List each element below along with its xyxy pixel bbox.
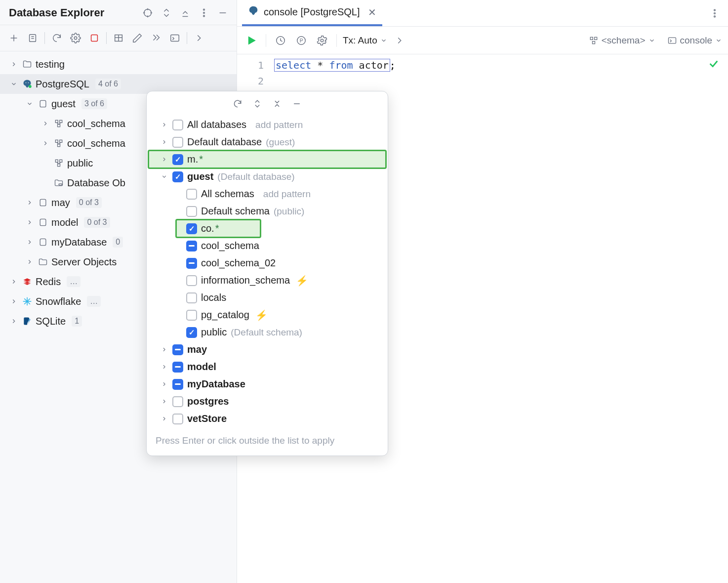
session-dropdown[interactable]: console bbox=[667, 35, 723, 46]
popup-item-postgres[interactable]: postgres bbox=[149, 393, 386, 410]
chevron-right-icon[interactable] bbox=[160, 364, 168, 370]
chevron-right-icon[interactable] bbox=[9, 61, 19, 68]
chevron-right-icon[interactable] bbox=[160, 156, 168, 163]
svg-rect-26 bbox=[60, 120, 62, 123]
checkbox[interactable] bbox=[172, 396, 183, 407]
schema-dropdown[interactable]: <schema> bbox=[589, 35, 655, 46]
stop-icon[interactable] bbox=[85, 29, 103, 47]
tree-node-folder[interactable]: testing bbox=[0, 54, 237, 74]
checkbox[interactable] bbox=[172, 379, 183, 390]
popup-item-guest[interactable]: guest (Default database) bbox=[149, 168, 386, 185]
checkbox[interactable] bbox=[186, 258, 197, 269]
popup-item-cool-schema[interactable]: cool_schema bbox=[149, 237, 386, 254]
expand-icon[interactable] bbox=[160, 6, 173, 20]
svg-rect-42 bbox=[40, 219, 46, 225]
chevron-right-icon[interactable] bbox=[9, 298, 19, 305]
expand-icon[interactable] bbox=[251, 97, 264, 110]
chevron-right-icon[interactable] bbox=[160, 416, 168, 422]
chevron-right-icon[interactable] bbox=[160, 346, 168, 353]
collapse-all-icon[interactable] bbox=[178, 6, 192, 20]
popup-label: locals bbox=[201, 292, 226, 303]
console-icon[interactable] bbox=[166, 29, 184, 47]
chevron-down-icon[interactable] bbox=[9, 81, 19, 87]
popup-item-pattern-co[interactable]: co.* bbox=[176, 220, 260, 237]
popup-item-default-database[interactable]: Default database (guest) bbox=[149, 133, 386, 151]
chevron-right-icon[interactable] bbox=[160, 381, 168, 387]
tab-console[interactable]: console [PostgreSQL] ✕ bbox=[242, 0, 382, 26]
refresh-icon[interactable] bbox=[231, 97, 244, 110]
checkbox[interactable] bbox=[172, 154, 183, 165]
chevron-right-icon[interactable] bbox=[25, 258, 35, 265]
add-icon[interactable] bbox=[5, 29, 23, 47]
line-number: 1 bbox=[237, 57, 264, 73]
checkbox[interactable] bbox=[186, 327, 197, 338]
chevron-right-icon[interactable] bbox=[160, 122, 168, 128]
popup-item-pg-catalog[interactable]: pg_catalog ⚡ bbox=[149, 306, 386, 324]
checkbox[interactable] bbox=[186, 275, 197, 286]
chevron-right-icon[interactable] bbox=[40, 140, 50, 147]
checkbox[interactable] bbox=[172, 362, 183, 373]
settings-icon[interactable] bbox=[67, 29, 84, 47]
history-icon[interactable] bbox=[272, 32, 289, 49]
chevron-down-icon[interactable] bbox=[160, 173, 168, 180]
chevron-down-icon[interactable] bbox=[25, 100, 35, 107]
popup-item-all-schemas[interactable]: All schemas add pattern bbox=[149, 185, 386, 203]
popup-item-locals[interactable]: locals bbox=[149, 289, 386, 306]
add-pattern-link[interactable]: add pattern bbox=[255, 120, 303, 130]
chevron-right-icon[interactable] bbox=[160, 139, 168, 145]
popup-item-information-schema[interactable]: information_schema ⚡ bbox=[149, 272, 386, 289]
checkbox[interactable] bbox=[186, 206, 197, 217]
checkbox[interactable] bbox=[186, 189, 197, 200]
popup-item-public[interactable]: public (Default schema) bbox=[149, 324, 386, 341]
popup-item-vetstore[interactable]: vetStore bbox=[149, 410, 386, 427]
schema-selector-popup[interactable]: All databases add pattern Default databa… bbox=[146, 91, 388, 456]
chevron-right-icon[interactable] bbox=[40, 120, 50, 127]
plan-icon[interactable]: P bbox=[293, 32, 310, 49]
checkbox[interactable] bbox=[186, 241, 197, 251]
popup-item-cool-schema-02[interactable]: cool_schema_02 bbox=[149, 254, 386, 272]
add-pattern-link[interactable]: add pattern bbox=[263, 189, 311, 200]
popup-item-pattern-m[interactable]: m.* bbox=[149, 151, 386, 168]
checkbox[interactable] bbox=[172, 344, 183, 355]
checkbox[interactable] bbox=[172, 137, 183, 148]
settings-icon[interactable] bbox=[314, 32, 330, 49]
svg-rect-25 bbox=[55, 120, 58, 123]
checkbox[interactable] bbox=[186, 292, 197, 303]
tx-commit-icon[interactable] bbox=[391, 32, 408, 49]
popup-label: All schemas bbox=[201, 188, 254, 200]
chevron-right-icon[interactable] bbox=[9, 318, 19, 325]
collapse-icon[interactable] bbox=[271, 97, 283, 110]
edit-icon[interactable] bbox=[128, 29, 146, 47]
checkbox[interactable] bbox=[186, 310, 197, 321]
popup-item-mydatabase[interactable]: myDatabase bbox=[149, 375, 386, 393]
popup-item-default-schema[interactable]: Default schema (public) bbox=[149, 203, 386, 220]
target-icon[interactable] bbox=[141, 6, 155, 20]
checkbox[interactable] bbox=[172, 414, 183, 424]
more-vert-icon[interactable] bbox=[197, 6, 211, 20]
jump-icon[interactable] bbox=[147, 29, 165, 47]
checkbox[interactable] bbox=[172, 171, 183, 182]
checkbox[interactable] bbox=[172, 120, 183, 130]
chevron-right-icon[interactable] bbox=[160, 398, 168, 405]
chevron-right-icon[interactable] bbox=[25, 199, 35, 206]
chevron-right-icon[interactable] bbox=[9, 278, 19, 285]
popup-item-all-databases[interactable]: All databases add pattern bbox=[149, 116, 386, 133]
refresh-icon[interactable] bbox=[48, 29, 66, 47]
chevron-right-icon[interactable] bbox=[25, 239, 35, 246]
ddl-icon[interactable] bbox=[24, 29, 41, 47]
popup-item-model[interactable]: model bbox=[149, 358, 386, 375]
minimize-icon[interactable] bbox=[290, 97, 303, 110]
count-badge: 1 bbox=[72, 316, 82, 327]
run-icon[interactable] bbox=[243, 32, 260, 49]
popup-item-may[interactable]: may bbox=[149, 341, 386, 358]
popup-label: Default schema bbox=[201, 206, 270, 217]
overflow-chevron-icon[interactable] bbox=[190, 29, 208, 47]
tx-mode-dropdown[interactable]: Tx: Auto bbox=[343, 35, 387, 46]
checkbox[interactable] bbox=[186, 223, 197, 234]
table-icon[interactable] bbox=[110, 29, 127, 47]
minimize-icon[interactable] bbox=[216, 6, 230, 20]
svg-rect-59 bbox=[668, 38, 676, 43]
chevron-right-icon[interactable] bbox=[25, 219, 35, 226]
more-vert-icon[interactable] bbox=[706, 5, 723, 22]
close-icon[interactable]: ✕ bbox=[368, 6, 376, 18]
